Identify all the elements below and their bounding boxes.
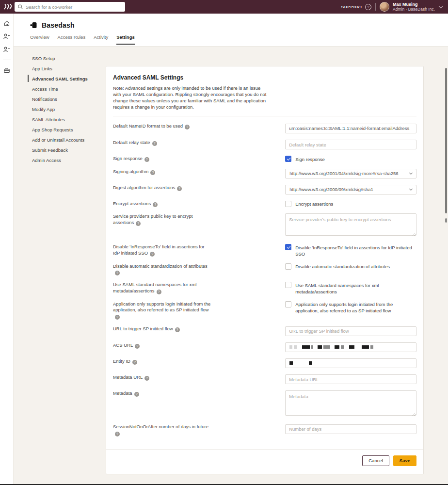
saml-namespaces-checkbox[interactable]	[285, 282, 291, 288]
user-menu[interactable]: Max Musing Admin · BaseDash Inc.	[380, 2, 442, 12]
resize-grip-icon[interactable]	[412, 233, 416, 236]
redacted-value	[370, 345, 373, 349]
resize-grip-icon[interactable]	[412, 413, 416, 416]
field-label: URL to trigger SP initited flow?	[113, 326, 285, 336]
field-label: Metadata?	[113, 390, 285, 418]
scrollbar-thumb-secondary[interactable]	[445, 218, 447, 223]
help-icon[interactable]: ?	[135, 344, 140, 349]
field-label: Use SAML standard namespaces for xml met…	[113, 282, 285, 295]
help-icon[interactable]: ?	[152, 141, 157, 146]
help-icon[interactable]: ?	[115, 271, 120, 275]
sidebar-item-access-time[interactable]: Access Time	[32, 84, 105, 94]
form-row: Default NameID format to be used?	[113, 123, 416, 133]
checkbox-label: Disable 'InResponseTo' field in assertio…	[295, 244, 416, 257]
sidebar-item-sso-setup[interactable]: SSO Setup	[32, 53, 105, 64]
checkbox-label: Sign response	[295, 156, 325, 162]
rail-item-company[interactable]	[3, 66, 11, 74]
sidebar-item-advanced-saml-settings[interactable]: Advanced SAML Settings	[32, 74, 105, 84]
tab-activity[interactable]: Activity	[94, 34, 108, 45]
help-icon[interactable]: ?	[115, 315, 120, 320]
encrypt-assertions-checkbox[interactable]	[285, 201, 291, 207]
tab-overview[interactable]: Overview	[30, 34, 49, 45]
acs-url-input[interactable]	[285, 342, 416, 352]
help-icon[interactable]: ?	[150, 252, 155, 257]
sp-public-key-textarea[interactable]	[285, 213, 416, 236]
digest-algorithm-select[interactable]: http://www.w3.org/2000/09/xmldsig#sha1	[285, 185, 416, 194]
sign-response-checkbox[interactable]	[285, 156, 291, 162]
sidebar-item-app-links[interactable]: App Links	[32, 64, 105, 74]
help-icon[interactable]: ?	[136, 221, 141, 226]
search-input[interactable]	[26, 4, 122, 10]
redacted-value	[362, 345, 369, 349]
divider	[113, 116, 416, 116]
form-row: Use SAML standard namespaces for xml met…	[113, 282, 416, 295]
sp-flow-url-input[interactable]	[285, 326, 416, 336]
user-minus-icon	[3, 46, 10, 53]
help-icon[interactable]: ?	[157, 290, 161, 294]
metadata-textarea[interactable]	[285, 390, 416, 416]
help-icon[interactable]: ?	[115, 432, 120, 436]
session-days-input[interactable]	[285, 424, 416, 434]
checkbox-label: Application only supports login initiate…	[295, 301, 416, 314]
form-row: SessionNotOnOrAfter number of days in fu…	[113, 424, 416, 436]
sp-initiated-only-checkbox[interactable]	[285, 301, 291, 307]
chevron-down-icon	[409, 171, 413, 174]
form-row: Sign response? Sign response	[113, 156, 416, 162]
tab-access-rules[interactable]: Access Rules	[58, 34, 86, 45]
redacted-value	[335, 345, 339, 349]
sidebar-item-saml-attributes[interactable]: SAML Attributes	[32, 114, 105, 125]
nameid-format-input[interactable]	[285, 124, 416, 133]
rail-item-home[interactable]	[3, 19, 11, 27]
redacted-value	[323, 345, 330, 349]
checkbox-label: Use SAML standard namespaces for xml met…	[295, 282, 416, 295]
help-icon[interactable]: ?	[144, 376, 149, 381]
home-icon	[3, 20, 10, 27]
field-label: Disable automatic standardization of att…	[113, 263, 285, 276]
save-button[interactable]: Save	[393, 455, 416, 466]
help-icon[interactable]: ?	[134, 392, 139, 397]
user-plus-icon	[3, 33, 10, 40]
rail-divider	[3, 60, 11, 60]
help-icon[interactable]: ?	[185, 125, 190, 129]
rail-item-add-user[interactable]	[3, 32, 11, 40]
entity-id-input[interactable]	[285, 358, 416, 368]
redacted-value	[349, 345, 354, 349]
search-icon	[18, 4, 23, 9]
sidebar-item-add-or-uninstall-accounts[interactable]: Add or Uninstall Accounts	[32, 135, 105, 145]
relay-state-input[interactable]	[285, 140, 416, 149]
sidebar-item-app-shop-requests[interactable]: App Shop Requests	[32, 125, 105, 135]
disable-inresponseto-checkbox[interactable]	[285, 244, 291, 250]
field-label: Application only supports login initiate…	[113, 301, 285, 320]
help-icon[interactable]: ?	[175, 327, 180, 332]
support-button[interactable]: SUPPORT ?	[341, 4, 371, 10]
form-row: Signing algorithm? http://www.w3.org/200…	[113, 169, 416, 178]
rail-item-remove-user[interactable]	[3, 46, 11, 53]
cancel-button[interactable]: Cancel	[362, 455, 389, 466]
help-icon[interactable]: ?	[150, 170, 155, 175]
sidebar-item-submit-feedback[interactable]: Submit Feedback	[32, 145, 105, 155]
tab-settings[interactable]: Settings	[116, 34, 134, 45]
help-icon[interactable]: ?	[153, 202, 158, 207]
field-label: Metadata URL?	[113, 374, 285, 385]
sidebar-item-admin-access[interactable]: Admin Access	[32, 155, 105, 165]
help-icon[interactable]: ?	[132, 360, 137, 365]
settings-nav: SSO Setup App Links Advanced SAML Settin…	[32, 53, 105, 165]
signing-algorithm-select[interactable]: http://www.w3.org/2001/04/xmldsig-more#r…	[285, 169, 416, 178]
field-label: Digest algorithm for assertions?	[113, 185, 285, 194]
search-box[interactable]	[15, 2, 125, 12]
scrollbar-thumb[interactable]	[445, 68, 447, 213]
field-label: ACS URL?	[113, 342, 285, 352]
field-label: Default relay state?	[113, 140, 285, 150]
help-icon[interactable]: ?	[177, 186, 182, 191]
metadata-url-input[interactable]	[285, 374, 416, 384]
rippling-logo-icon[interactable]	[0, 3, 15, 11]
sidebar-item-notifications[interactable]: Notifications	[32, 94, 105, 104]
panel-note: Note: Advanced settings are only intende…	[113, 85, 269, 110]
disable-standardization-checkbox[interactable]	[285, 263, 291, 270]
checkbox-label: Disable automatic standardization of att…	[295, 263, 390, 270]
help-icon[interactable]: ?	[144, 157, 149, 162]
sidebar-item-modify-app[interactable]: Modify App	[32, 104, 105, 114]
form-row: Disable 'InResponseTo' field in assertio…	[113, 244, 416, 257]
tab-bar: Overview Access Rules Activity Settings	[30, 34, 448, 45]
form-row: Default relay state?	[113, 140, 416, 150]
